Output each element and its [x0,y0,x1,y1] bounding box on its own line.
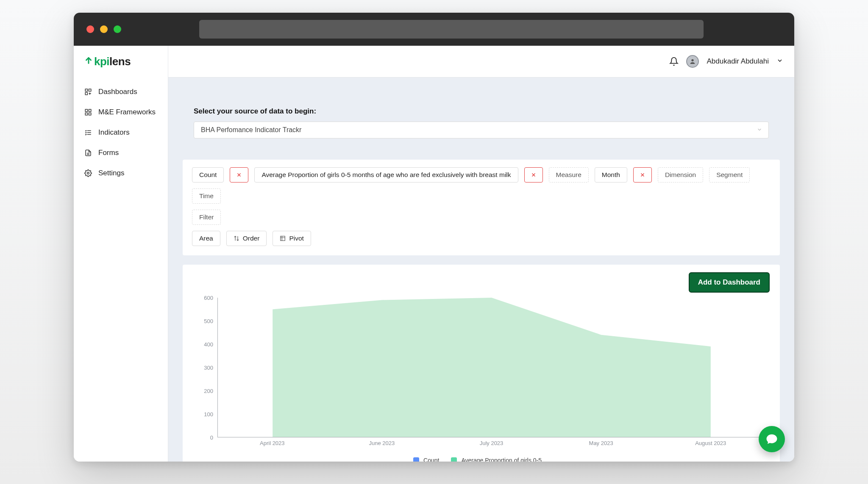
chip-measure[interactable]: Measure [549,167,589,183]
svg-rect-9 [281,236,285,241]
chip-filter[interactable]: Filter [192,210,221,225]
sidebar-item-frameworks[interactable]: M&E Frameworks [74,102,168,122]
chip-month-remove[interactable] [633,167,652,183]
window-zoom-dot[interactable] [114,25,121,33]
sidebar-item-indicators[interactable]: Indicators [74,122,168,143]
sidebar-nav: Dashboards M&E Frameworks Indicators [74,77,168,183]
x-tick: June 2023 [369,440,395,446]
brand-arrow-icon [84,55,93,68]
chip-indicator[interactable]: Average Proportion of girls 0-5 months o… [254,167,518,183]
y-tick: 300 [193,365,213,371]
window-minimize-dot[interactable] [100,25,108,33]
chip-count-remove[interactable] [230,167,248,183]
x-tick: April 2023 [260,440,285,446]
window-titlebar [74,13,794,46]
topbar: Abdukadir Abdulahi [168,46,794,77]
sidebar-item-label: Settings [98,169,124,177]
sidebar-item-forms[interactable]: Forms [74,143,168,163]
bell-icon[interactable] [669,57,679,66]
sidebar-item-label: Dashboards [98,88,137,96]
source-block: Select your source of data to begin: BHA… [168,77,794,160]
content-area: Select your source of data to begin: BHA… [168,77,794,462]
pivot-icon [280,235,286,241]
svg-rect-1 [89,89,91,91]
user-name: Abdukadir Abdulahi [707,57,769,66]
svg-rect-5 [85,113,87,115]
y-tick: 0 [193,434,213,441]
file-icon [84,149,92,157]
gear-icon [84,169,92,177]
x-tick: August 2023 [695,440,726,446]
chevron-down-icon[interactable] [776,57,783,66]
chip-dimension[interactable]: Dimension [658,167,703,183]
chip-month[interactable]: Month [595,167,627,183]
sidebar: kpilens Dashboards M&E Frameworks [74,46,168,462]
source-select[interactable]: BHA Perfomance Indicator Trackr [194,122,769,138]
chart-legend: Count Average Proportion of girls 0-5 … [193,457,770,462]
x-tick: July 2023 [480,440,504,446]
chat-fab[interactable] [759,426,785,452]
chip-segment[interactable]: Segment [709,167,750,183]
svg-rect-4 [89,109,91,111]
svg-point-8 [692,59,694,61]
avatar[interactable] [686,55,699,68]
window-close-dot[interactable] [86,25,94,33]
chip-pivot[interactable]: Pivot [273,231,311,246]
main-pane: Abdukadir Abdulahi Select your source of… [168,46,794,462]
svg-rect-0 [85,89,87,91]
grid-icon [84,108,92,116]
sidebar-item-label: Indicators [98,128,130,137]
chip-order[interactable]: Order [226,231,267,246]
chart-y-axis: 0100200300400500600 [193,298,213,437]
chart-plot-area [217,298,765,437]
browser-address-bar[interactable] [199,20,704,39]
y-tick: 600 [193,295,213,301]
legend-swatch-blue [413,457,419,462]
y-tick: 100 [193,411,213,418]
svg-point-7 [87,172,89,174]
dashboard-icon [84,88,92,96]
svg-rect-6 [89,113,91,115]
sidebar-item-dashboards[interactable]: Dashboards [74,82,168,102]
sidebar-item-label: M&E Frameworks [98,108,156,116]
legend-label: Count [423,457,439,462]
chip-count[interactable]: Count [192,167,224,183]
brand-text-lens: lens [109,55,131,68]
chip-indicator-remove[interactable] [524,167,543,183]
chevron-down-icon [757,127,762,134]
chip-pivot-label: Pivot [289,235,303,242]
legend-item-proportion: Average Proportion of girls 0-5 … [451,457,549,462]
chip-area[interactable]: Area [192,231,220,246]
chip-order-label: Order [243,235,260,242]
legend-swatch-green [451,457,457,462]
source-label: Select your source of data to begin: [194,107,769,116]
brand-logo: kpilens [74,46,168,77]
brand-text-kpi: kpi [94,55,109,68]
sidebar-item-label: Forms [98,149,119,157]
sidebar-item-settings[interactable]: Settings [74,163,168,183]
chart-x-axis: April 2023June 2023July 2023May 2023Augu… [217,440,765,448]
x-tick: May 2023 [589,440,613,446]
y-tick: 200 [193,388,213,394]
query-builder-card: Count Average Proportion of girls 0-5 mo… [183,160,780,255]
app-window: kpilens Dashboards M&E Frameworks [74,13,794,462]
svg-rect-3 [85,109,87,111]
chart: 0100200300400500600 April 2023June 2023J… [193,298,770,454]
chart-card: Add to Dashboard 0100200300400500600 Apr… [183,265,780,462]
legend-label: Average Proportion of girls 0-5 … [461,457,549,462]
checklist-icon [84,128,92,137]
source-selected-value: BHA Perfomance Indicator Trackr [201,126,301,134]
svg-rect-2 [85,93,87,95]
chip-time[interactable]: Time [192,188,221,204]
y-tick: 500 [193,318,213,324]
add-to-dashboard-button[interactable]: Add to Dashboard [689,272,770,293]
sort-icon [234,235,239,241]
y-tick: 400 [193,341,213,348]
legend-item-count: Count [413,457,439,462]
